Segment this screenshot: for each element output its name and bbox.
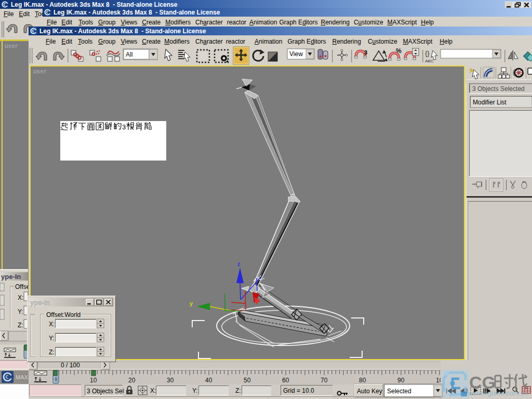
svg-text:3: 3 [364, 49, 367, 56]
svg-text:X:: X: [18, 294, 23, 301]
svg-text:ype-In: ype-In [1, 273, 21, 281]
svg-text:X:: X: [49, 321, 55, 328]
svg-text:Z:: Z: [235, 387, 241, 394]
svg-text:70: 70 [321, 377, 328, 384]
svg-text:90: 90 [397, 377, 405, 384]
svg-text:Y:: Y: [18, 308, 23, 315]
svg-text:ype-In: ype-In [30, 299, 50, 307]
svg-text:Selected: Selected [387, 388, 411, 395]
svg-text:Modifier List: Modifier List [473, 99, 507, 106]
svg-text:3 Objects Sel: 3 Objects Sel [87, 388, 124, 395]
svg-text:MAXS: MAXS [16, 374, 29, 380]
svg-text:10: 10 [90, 377, 97, 384]
svg-text:50: 50 [244, 377, 251, 384]
svg-text:{}: {} [425, 49, 430, 57]
svg-text:3 Objects Selected: 3 Objects Selected [472, 85, 525, 92]
svg-text:30: 30 [167, 377, 174, 384]
svg-text:ABC: ABC [425, 59, 434, 63]
svg-text:z: z [237, 261, 241, 267]
svg-text:Offset:World: Offset:World [46, 311, 81, 318]
svg-text:Z:: Z: [49, 349, 55, 356]
svg-text:y: y [190, 300, 193, 307]
svg-text:40: 40 [205, 377, 212, 384]
svg-text:0: 0 [55, 377, 57, 382]
svg-text:80: 80 [359, 377, 366, 384]
svg-text:Offse: Offse [15, 283, 28, 290]
svg-text:www.cgtime.com.cn: www.cgtime.com.cn [468, 389, 528, 397]
svg-text:X:: X: [150, 387, 156, 394]
svg-text:Z:: Z: [18, 322, 23, 329]
svg-text:0 / 100: 0 / 100 [61, 362, 80, 369]
svg-text:View: View [289, 50, 303, 58]
svg-text:20: 20 [128, 377, 136, 384]
svg-text:Grid = 10.0: Grid = 10.0 [283, 387, 314, 394]
svg-text:%: % [396, 47, 402, 55]
svg-text:Y:: Y: [49, 335, 55, 342]
svg-text:Y:: Y: [192, 387, 198, 394]
svg-text:All: All [126, 51, 132, 58]
svg-text:60: 60 [282, 377, 289, 384]
svg-text:Auto Key: Auto Key [357, 388, 382, 395]
